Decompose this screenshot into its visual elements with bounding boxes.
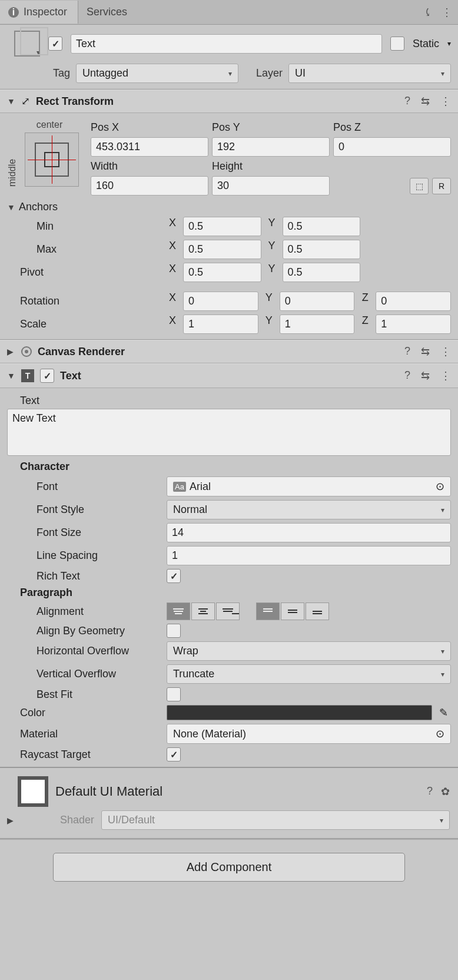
kebab-icon[interactable]: ⋮ bbox=[442, 6, 452, 19]
pivot-y[interactable] bbox=[283, 263, 361, 282]
align-left-button[interactable] bbox=[167, 602, 190, 620]
font-field[interactable]: AaArial ⊙ bbox=[167, 476, 451, 496]
tab-bar: i Inspector Services ⤹ ⋮ bbox=[0, 0, 458, 25]
rich-text-checkbox[interactable] bbox=[167, 569, 181, 583]
preset-icon[interactable]: ⇆ bbox=[421, 95, 430, 108]
eyedropper-icon[interactable]: ✎ bbox=[436, 706, 451, 719]
gameobject-icon[interactable] bbox=[14, 31, 40, 57]
max-label: Max bbox=[7, 243, 163, 256]
component-title: Text bbox=[60, 370, 81, 382]
shader-dropdown: UI/Default▾ bbox=[101, 810, 450, 830]
align-middle-button[interactable] bbox=[281, 602, 304, 620]
anchor-max-x[interactable] bbox=[183, 240, 261, 259]
align-top-button[interactable] bbox=[256, 602, 280, 620]
help-icon[interactable]: ? bbox=[404, 95, 410, 108]
posz-label: Pos Z bbox=[333, 121, 361, 133]
tab-label: Services bbox=[87, 6, 127, 18]
align-bottom-button[interactable] bbox=[306, 602, 329, 620]
material-field[interactable]: None (Material) ⊙ bbox=[167, 724, 451, 744]
height-input[interactable] bbox=[212, 176, 330, 196]
anchors-foldout[interactable]: ▼ bbox=[7, 203, 15, 212]
shader-row: ▶ Shader UI/Default▾ bbox=[0, 810, 458, 839]
font-style-dropdown[interactable]: Normal▾ bbox=[167, 500, 451, 519]
active-checkbox[interactable] bbox=[48, 37, 62, 51]
chevron-down-icon[interactable]: ▾ bbox=[447, 39, 451, 48]
line-spacing-label: Line Spacing bbox=[7, 549, 163, 562]
material-preview[interactable] bbox=[18, 776, 48, 807]
layer-dropdown[interactable]: UI▾ bbox=[288, 64, 451, 83]
scale-x[interactable] bbox=[183, 314, 258, 334]
posz-input[interactable] bbox=[333, 137, 451, 157]
raycast-checkbox[interactable] bbox=[167, 747, 181, 762]
layer-value: UI bbox=[295, 67, 306, 80]
component-enabled-checkbox[interactable] bbox=[40, 369, 54, 383]
component-title: Rect Transform bbox=[36, 95, 114, 108]
lock-icon[interactable]: ⤹ bbox=[423, 6, 432, 19]
anchor-min-y[interactable] bbox=[283, 217, 361, 236]
scale-z[interactable] bbox=[376, 314, 451, 334]
anchor-max-y[interactable] bbox=[283, 240, 361, 259]
height-label: Height bbox=[212, 160, 243, 172]
tab-services[interactable]: Services bbox=[78, 1, 138, 24]
color-label: Color bbox=[7, 707, 163, 719]
help-icon[interactable]: ? bbox=[404, 345, 410, 358]
layer-label: Layer bbox=[256, 67, 283, 80]
rot-z[interactable] bbox=[376, 292, 451, 311]
h-overflow-dropdown[interactable]: Wrap▾ bbox=[167, 641, 451, 661]
anchor-middle-label: middle bbox=[7, 120, 18, 187]
gear-icon[interactable]: ✿ bbox=[441, 785, 450, 798]
object-picker-icon[interactable]: ⊙ bbox=[436, 480, 444, 493]
blueprint-mode-button[interactable]: ⬚ bbox=[410, 178, 429, 194]
rot-y[interactable] bbox=[280, 292, 355, 311]
help-icon[interactable]: ? bbox=[404, 369, 410, 382]
align-by-geom-label: Align By Geometry bbox=[7, 625, 163, 637]
posy-input[interactable] bbox=[212, 137, 330, 157]
kebab-icon[interactable]: ⋮ bbox=[440, 95, 451, 108]
v-align-group bbox=[256, 602, 329, 620]
material-title: Default UI Material bbox=[55, 784, 162, 799]
raw-edit-button[interactable]: R bbox=[432, 178, 451, 194]
font-value: Arial bbox=[190, 481, 211, 493]
kebab-icon[interactable]: ⋮ bbox=[440, 369, 451, 382]
font-size-input[interactable] bbox=[167, 523, 451, 542]
posx-input[interactable] bbox=[91, 137, 208, 157]
h-align-group bbox=[167, 602, 240, 620]
tab-inspector[interactable]: i Inspector bbox=[0, 1, 78, 24]
tab-label: Inspector bbox=[24, 6, 67, 18]
align-by-geom-checkbox[interactable] bbox=[167, 624, 181, 638]
foldout-toggle[interactable]: ▶ bbox=[7, 347, 15, 356]
static-checkbox[interactable] bbox=[390, 37, 404, 51]
v-overflow-dropdown[interactable]: Truncate▾ bbox=[167, 664, 451, 684]
preset-icon[interactable]: ⇆ bbox=[421, 369, 430, 382]
rect-transform-header: ▼ ⤢ Rect Transform ? ⇆ ⋮ bbox=[0, 90, 458, 113]
text-value-input[interactable] bbox=[7, 409, 451, 456]
rect-transform-icon: ⤢ bbox=[21, 95, 30, 108]
preset-icon[interactable]: ⇆ bbox=[421, 345, 430, 358]
help-icon[interactable]: ? bbox=[427, 785, 433, 798]
material-foldout[interactable]: ▶ bbox=[7, 816, 15, 825]
object-picker-icon[interactable]: ⊙ bbox=[436, 727, 444, 740]
tag-label: Tag bbox=[53, 67, 70, 80]
line-spacing-input[interactable] bbox=[167, 546, 451, 565]
kebab-icon[interactable]: ⋮ bbox=[440, 345, 451, 358]
best-fit-checkbox[interactable] bbox=[167, 687, 181, 701]
pivot-x[interactable] bbox=[183, 263, 261, 282]
foldout-toggle[interactable]: ▼ bbox=[7, 97, 15, 106]
canvas-renderer-icon bbox=[21, 346, 32, 357]
align-center-button[interactable] bbox=[191, 602, 215, 620]
width-input[interactable] bbox=[91, 176, 208, 196]
gameobject-name-input[interactable] bbox=[71, 34, 382, 54]
scale-y[interactable] bbox=[280, 314, 355, 334]
font-size-label: Font Size bbox=[7, 527, 163, 539]
anchor-min-x[interactable] bbox=[183, 217, 261, 236]
color-field[interactable] bbox=[167, 705, 432, 720]
rect-transform-body: middle center Pos X Pos Y Pos Z Width bbox=[0, 113, 458, 340]
anchor-preset-button[interactable] bbox=[25, 133, 79, 187]
tag-dropdown[interactable]: Untagged▾ bbox=[76, 64, 238, 83]
add-component-button[interactable]: Add Component bbox=[53, 853, 405, 882]
alignment-label: Alignment bbox=[7, 605, 163, 618]
canvas-renderer-header: ▶ Canvas Renderer ? ⇆ ⋮ bbox=[0, 340, 458, 363]
align-right-button[interactable] bbox=[216, 602, 240, 620]
foldout-toggle[interactable]: ▼ bbox=[7, 371, 15, 380]
rot-x[interactable] bbox=[183, 292, 258, 311]
